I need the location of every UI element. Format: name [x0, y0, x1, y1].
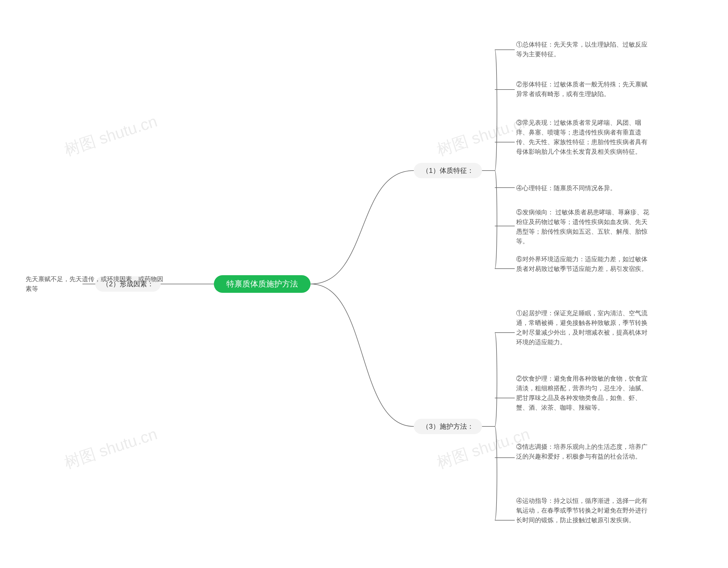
leaf-b3-3: ③情志调摄：培养乐观向上的生活态度，培养广泛的兴趣和爱好，积极参与有益的社会活动… — [516, 442, 650, 461]
leaf-b1-4: ④心理特征：随禀质不同情况各异。 — [516, 183, 616, 193]
root-node[interactable]: 特禀质体质施护方法 — [214, 275, 311, 293]
branch-node-characteristics[interactable]: （1）体质特征： — [414, 163, 482, 178]
leaf-b1-1: ①总体特征：先天失常，以生理缺陷、过敏反应等为主要特征。 — [516, 40, 650, 59]
leaf-b2-1: 先天禀赋不足，先天遗传，或环境因素，或药物因素等 — [26, 274, 168, 294]
leaf-b1-3: ③常见表现：过敏体质者常见哮喘、风团、咽痒、鼻塞、喷嚏等；患遗传性疾病者有垂直遗… — [516, 118, 650, 157]
leaf-b3-2: ②饮食护理：避免食用各种致敏的食物，饮食宜清淡，粗细粮搭配，营养均匀，忌生冷、油… — [516, 374, 650, 412]
leaf-b1-5: ⑤发病倾向： 过敏体质者易患哮喘、荨麻疹、花粉症及药物过敏等；遗传性疾病如血友病… — [516, 208, 650, 246]
watermark: 树图 shutu.cn — [62, 111, 160, 161]
leaf-b3-4: ④运动指导：持之以恒，循序渐进，选择一此有氧运动，在春季或季节转换之时避免在野外… — [516, 496, 650, 525]
watermark: 树图 shutu.cn — [62, 423, 160, 474]
branch-node-methods[interactable]: （3）施护方法： — [414, 419, 482, 434]
leaf-b1-6: ⑥对外界环境适应能力：适应能力差，如过敏体质者对易致过敏季节适应能力差，易引发宿… — [516, 255, 650, 274]
leaf-b3-1: ①起居护理：保证充足睡眠，室内清洁、空气流通，常晒被褥，避免接触各种致敏原，季节… — [516, 308, 650, 347]
leaf-b1-2: ②形体特征：过敏体质者一般无特殊；先天禀赋异常者或有畸形，或有生理缺陷。 — [516, 80, 650, 99]
